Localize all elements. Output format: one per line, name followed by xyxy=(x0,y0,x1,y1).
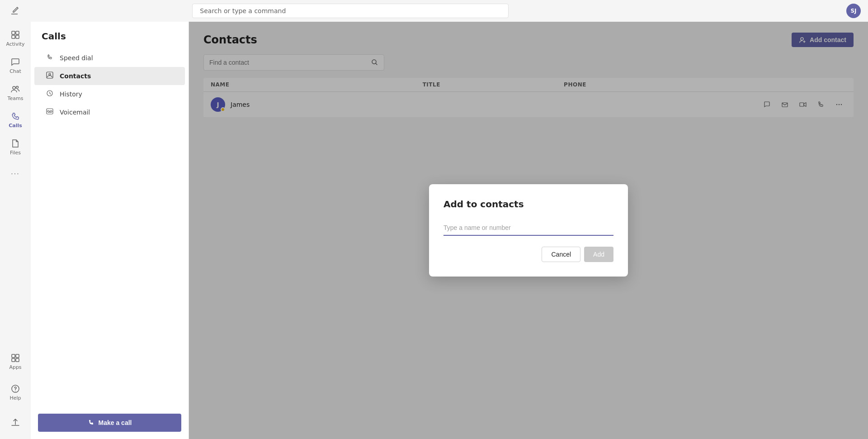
make-call-label: Make a call xyxy=(99,419,132,426)
voicemail-label: Voicemail xyxy=(60,109,90,116)
sidebar-item-history[interactable]: History xyxy=(34,85,185,103)
nav-item-apps[interactable]: Apps xyxy=(3,348,28,374)
svg-rect-6 xyxy=(12,354,15,358)
sidebar-item-voicemail[interactable]: Voicemail xyxy=(34,103,185,121)
sidebar-item-speed-dial[interactable]: Speed dial xyxy=(34,49,185,67)
svg-rect-3 xyxy=(16,35,19,38)
left-nav: Activity Chat Teams xyxy=(0,22,31,439)
svg-rect-0 xyxy=(12,31,15,34)
make-call-button[interactable]: Make a call xyxy=(38,414,181,432)
nav-item-activity[interactable]: Activity xyxy=(3,25,28,51)
sidebar: Calls Speed dial Contacts xyxy=(31,22,189,439)
search-text: Search or type a command xyxy=(200,7,286,14)
svg-point-4 xyxy=(13,86,15,89)
svg-rect-2 xyxy=(12,35,15,38)
activity-icon xyxy=(10,29,21,40)
files-icon xyxy=(10,138,21,149)
nav-item-help[interactable]: Help xyxy=(3,379,28,405)
teams-icon xyxy=(10,84,21,95)
sidebar-title: Calls xyxy=(31,22,189,45)
apps-icon xyxy=(10,353,21,363)
history-label: History xyxy=(60,91,82,98)
modal-overlay[interactable]: Add to contacts Cancel Add xyxy=(189,22,868,439)
svg-point-5 xyxy=(16,86,19,88)
main-content: Contacts Add contact Name Title Pho xyxy=(189,22,868,439)
contacts-label: Contacts xyxy=(60,72,91,80)
teams-label: Teams xyxy=(8,95,24,101)
voicemail-icon xyxy=(45,108,54,117)
contacts-icon xyxy=(45,72,54,81)
compose-button[interactable] xyxy=(7,4,22,18)
user-avatar[interactable]: SJ xyxy=(846,4,861,18)
help-icon xyxy=(10,383,21,394)
upload-icon xyxy=(10,417,21,428)
svg-rect-1 xyxy=(16,31,19,34)
svg-rect-7 xyxy=(16,354,19,358)
calls-icon xyxy=(10,111,21,122)
main-layout: Activity Chat Teams xyxy=(0,22,868,439)
svg-point-17 xyxy=(50,110,52,112)
speed-dial-icon xyxy=(45,53,54,62)
calls-label: Calls xyxy=(9,123,22,129)
nav-item-upload[interactable] xyxy=(3,410,28,435)
add-button[interactable]: Add xyxy=(584,247,613,262)
sidebar-item-contacts[interactable]: Contacts xyxy=(34,67,185,85)
search-bar[interactable]: Search or type a command xyxy=(192,4,509,18)
activity-label: Activity xyxy=(6,41,24,47)
chat-label: Chat xyxy=(9,68,21,74)
nav-item-files[interactable]: Files xyxy=(3,134,28,159)
svg-point-13 xyxy=(49,73,51,75)
chat-icon xyxy=(10,57,21,67)
nav-item-teams[interactable]: Teams xyxy=(3,80,28,105)
svg-point-16 xyxy=(47,110,49,112)
svg-point-11 xyxy=(15,391,16,391)
topbar: Search or type a command SJ xyxy=(0,0,868,22)
modal-title: Add to contacts xyxy=(443,199,613,210)
cancel-button[interactable]: Cancel xyxy=(542,247,580,262)
add-to-contacts-modal: Add to contacts Cancel Add xyxy=(429,184,628,277)
apps-label: Apps xyxy=(9,364,21,370)
more-icon: ··· xyxy=(10,168,21,179)
modal-actions: Cancel Add xyxy=(443,247,613,262)
sidebar-menu: Speed dial Contacts xyxy=(31,45,189,125)
nav-item-calls[interactable]: Calls xyxy=(3,107,28,132)
nav-item-more[interactable]: ··· xyxy=(3,161,28,186)
svg-rect-8 xyxy=(12,358,15,362)
svg-rect-9 xyxy=(16,358,19,362)
help-label: Help xyxy=(9,395,21,401)
files-label: Files xyxy=(10,150,21,156)
nav-item-chat[interactable]: Chat xyxy=(3,52,28,78)
history-icon xyxy=(45,90,54,99)
speed-dial-label: Speed dial xyxy=(60,54,93,62)
contact-name-input[interactable] xyxy=(443,220,613,236)
